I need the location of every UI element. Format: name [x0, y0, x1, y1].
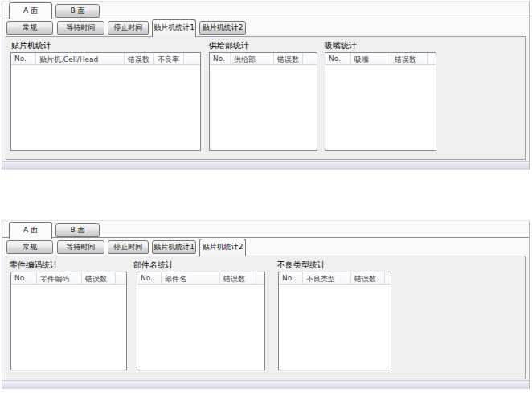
tab-page-mounter-stats-2: 零件编码统计 No. 零件编码 错误数 部件名统计 No. 部件名 错误数 [6, 256, 526, 379]
panel-placement-stats-2: A 面 B 面 常规 等待时间 停止时间 贴片机统计1 贴片机统计2 零件编码统… [2, 220, 530, 389]
column-header-no[interactable]: No. [279, 272, 303, 284]
tab-wait-time[interactable]: 等待时间 [57, 21, 104, 35]
table-header-row: No. 吸嘴 错误数 [325, 53, 436, 65]
group-title: 部件名统计 [133, 260, 174, 271]
column-header-no[interactable]: No. [11, 53, 36, 64]
column-header-part-name[interactable]: 部件名 [162, 272, 220, 284]
column-header-part-code[interactable]: 零件编码 [37, 272, 82, 284]
tab-stop-time[interactable]: 停止时间 [108, 21, 149, 35]
column-header-error-count[interactable]: 错误数 [351, 272, 385, 284]
column-header-defect-rate[interactable]: 不良率 [154, 53, 184, 64]
tab-mounter-stats-2[interactable]: 贴片机统计2 [199, 21, 246, 35]
column-header-feeder[interactable]: 供给部 [231, 53, 274, 64]
feeder-stats-table: No. 供给部 错误数 [209, 52, 317, 151]
group-title: 贴片机统计 [11, 40, 51, 51]
table-header-row: No. 贴片机.Cell/Head 错误数 不良率 [11, 53, 200, 65]
column-header-error-count[interactable]: 错误数 [82, 272, 116, 284]
column-header-error-count[interactable]: 错误数 [391, 53, 428, 64]
side-tab-bar: A 面 B 面 [2, 2, 529, 18]
column-header-defect-type[interactable]: 不良类型 [303, 272, 351, 284]
mounter-stats-table: No. 贴片机.Cell/Head 错误数 不良率 [10, 52, 201, 151]
column-header-filler [256, 272, 264, 284]
table-body[interactable] [210, 66, 317, 150]
part-code-stats-table: No. 零件编码 错误数 [10, 272, 127, 370]
tab-wait-time[interactable]: 等待时间 [57, 240, 104, 254]
table-header-row: No. 不良类型 错误数 [279, 272, 391, 285]
table-body[interactable] [279, 285, 391, 370]
tab-mounter-stats-1[interactable]: 贴片机统计1 [152, 19, 196, 37]
window: { "panels": [ { "side_tabs": [ { "label"… [0, 0, 532, 393]
tab-side-a[interactable]: A 面 [9, 222, 52, 239]
table-body[interactable] [11, 285, 126, 370]
table-body[interactable] [325, 66, 436, 150]
column-header-filler [184, 53, 200, 64]
table-header-row: No. 部件名 错误数 [137, 272, 264, 285]
column-header-mounter-cell-head[interactable]: 贴片机.Cell/Head [36, 53, 125, 64]
column-header-error-count[interactable]: 错误数 [125, 53, 154, 64]
column-header-filler [116, 272, 126, 284]
tab-side-b[interactable]: B 面 [55, 4, 100, 18]
tab-mounter-stats-2[interactable]: 贴片机统计2 [199, 239, 246, 256]
side-tab-bar: A 面 B 面 [2, 221, 529, 238]
defect-type-stats-table: No. 不良类型 错误数 [278, 272, 391, 370]
sub-tab-bar: 常规 等待时间 停止时间 贴片机统计1 贴片机统计2 [2, 238, 529, 256]
group-title: 供给部统计 [209, 40, 249, 51]
table-header-row: No. 供给部 错误数 [210, 53, 317, 65]
tab-page-mounter-stats-1: 贴片机统计 No. 贴片机.Cell/Head 错误数 不良率 供给部统计 No… [6, 36, 526, 160]
group-title: 零件编码统计 [10, 260, 58, 271]
column-header-error-count[interactable]: 错误数 [220, 272, 256, 284]
column-header-filler [385, 272, 391, 284]
tab-general[interactable]: 常规 [6, 240, 53, 254]
table-body[interactable] [137, 285, 264, 370]
tab-stop-time[interactable]: 停止时间 [108, 240, 149, 254]
column-header-no[interactable]: No. [11, 272, 37, 284]
table-header-row: No. 零件编码 错误数 [11, 272, 126, 285]
group-title: 不良类型统计 [277, 260, 325, 271]
status-strip [2, 380, 529, 389]
group-title: 吸嘴统计 [325, 40, 357, 51]
table-body[interactable] [11, 66, 200, 150]
status-strip [2, 161, 529, 170]
tab-general[interactable]: 常规 [6, 21, 53, 35]
column-header-nozzle[interactable]: 吸嘴 [351, 53, 391, 64]
tab-mounter-stats-1[interactable]: 贴片机统计1 [152, 240, 196, 254]
column-header-filler [428, 53, 436, 64]
panel-placement-stats-1: A 面 B 面 常规 等待时间 停止时间 贴片机统计1 贴片机统计2 贴片机统计… [2, 1, 530, 170]
column-header-error-count[interactable]: 错误数 [274, 53, 303, 64]
column-header-no[interactable]: No. [325, 53, 351, 64]
column-header-no[interactable]: No. [137, 272, 162, 284]
tab-side-b[interactable]: B 面 [55, 223, 100, 237]
column-header-no[interactable]: No. [210, 53, 231, 64]
column-header-filler [303, 53, 317, 64]
tab-side-a[interactable]: A 面 [9, 2, 52, 19]
sub-tab-bar: 常规 等待时间 停止时间 贴片机统计1 贴片机统计2 [2, 18, 529, 36]
nozzle-stats-table: No. 吸嘴 错误数 [325, 52, 436, 151]
part-name-stats-table: No. 部件名 错误数 [137, 272, 265, 370]
